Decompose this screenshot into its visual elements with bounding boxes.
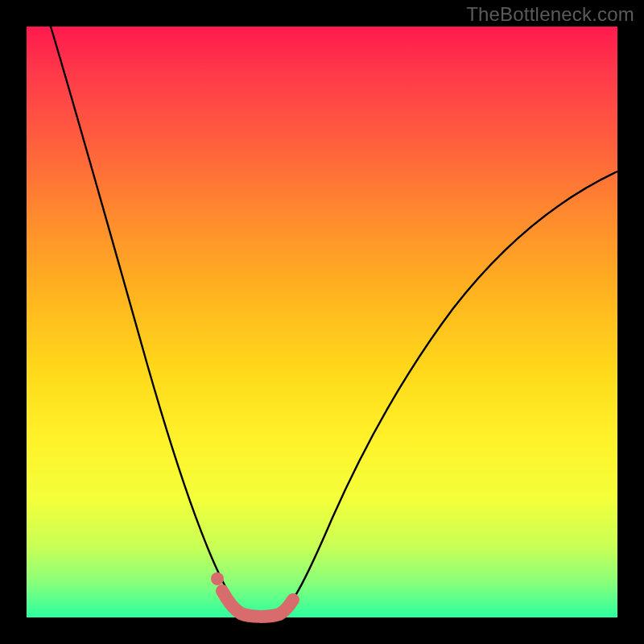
curve-right-branch bbox=[280, 171, 617, 615]
chart-frame: TheBottleneck.com bbox=[0, 0, 644, 644]
bottom-highlight bbox=[222, 591, 293, 617]
watermark-text: TheBottleneck.com bbox=[466, 3, 634, 26]
highlight-dot bbox=[211, 572, 224, 585]
curve-left-branch bbox=[51, 27, 246, 615]
bottleneck-curve bbox=[27, 27, 617, 617]
plot-area bbox=[27, 27, 617, 617]
